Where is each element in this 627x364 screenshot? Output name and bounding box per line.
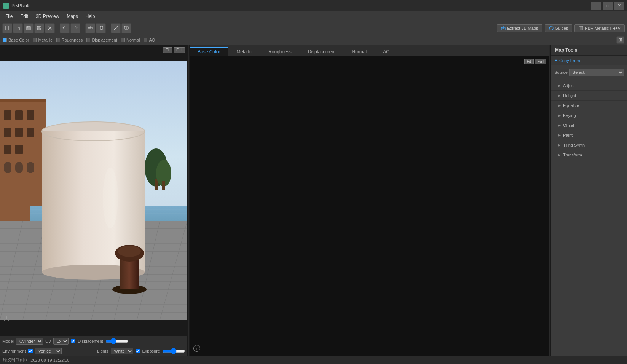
tool-transform[interactable]: ▶ Transform xyxy=(551,150,627,160)
svg-rect-42 xyxy=(15,162,23,173)
tool-adjust[interactable]: ▶ Adjust xyxy=(551,81,627,91)
svg-text:✦: ✦ xyxy=(116,26,118,28)
svg-point-77 xyxy=(103,168,118,228)
menu-maps[interactable]: Maps xyxy=(63,13,81,20)
tab-normal[interactable]: Normal xyxy=(344,47,375,56)
uv-select[interactable]: 1x 2x 4x xyxy=(53,338,69,345)
main-layout: Fit Full i Model Cylinder Sphere Plane B… xyxy=(0,45,627,356)
guides-label: Guides xyxy=(555,26,568,30)
guides-button[interactable]: i Guides xyxy=(545,24,573,32)
title-bar: PixPlant5 – □ ✕ xyxy=(0,0,627,11)
displacement-checkbox[interactable] xyxy=(86,38,90,42)
model-select[interactable]: Cylinder Sphere Plane Box xyxy=(16,338,43,345)
base-color-label: Base Color xyxy=(8,38,29,42)
window-controls: – □ ✕ xyxy=(591,2,624,10)
preview-viewport: Fit Full i xyxy=(0,45,187,336)
exposure-label: Exposure xyxy=(142,349,160,353)
equalize-arrow: ▶ xyxy=(558,104,561,107)
preview-full-button[interactable]: Full xyxy=(174,47,185,53)
status-datetime: 2023-08-19 12:22:10 xyxy=(30,358,69,362)
paint-arrow: ▶ xyxy=(558,133,561,137)
minimize-button[interactable]: – xyxy=(591,2,601,10)
roughness-checkbox[interactable] xyxy=(56,38,60,42)
close-file-button[interactable] xyxy=(45,23,55,33)
map-full-button[interactable]: Full xyxy=(535,59,546,64)
tab-displacement[interactable]: Displacement xyxy=(300,47,344,56)
maximize-button[interactable]: □ xyxy=(603,2,613,10)
preview-fit-button[interactable]: Fit xyxy=(163,47,172,53)
map-sel-metallic[interactable]: Metallic xyxy=(33,38,52,42)
app-icon xyxy=(3,3,9,9)
svg-rect-41 xyxy=(4,162,11,173)
svg-rect-36 xyxy=(4,128,11,137)
app-title: PixPlant5 xyxy=(11,3,31,8)
close-button[interactable]: ✕ xyxy=(614,2,624,10)
toolbar-right: Extract 3D Maps i Guides PBR Metallic | … xyxy=(497,24,625,32)
map-fit-button[interactable]: Fit xyxy=(524,59,534,64)
copy-from-section-header[interactable]: ▼ Copy From xyxy=(551,56,627,65)
metallic-checkbox[interactable] xyxy=(33,38,37,42)
menu-edit[interactable]: Edit xyxy=(16,13,32,20)
displacement-sel-label: Displacement xyxy=(92,38,117,42)
source-row: Source Select... Base Color Metallic Rou… xyxy=(554,69,624,76)
normal-checkbox[interactable] xyxy=(121,38,125,42)
preview-info-icon[interactable]: i xyxy=(3,315,10,321)
svg-marker-14 xyxy=(88,27,90,29)
transform-label: Transform xyxy=(563,153,582,157)
map-sel-normal[interactable]: Normal xyxy=(121,38,140,42)
tool-delight[interactable]: ▶ Delight xyxy=(551,91,627,101)
displacement-slider[interactable] xyxy=(105,338,128,344)
tab-metallic[interactable]: Metallic xyxy=(228,47,260,56)
environment-select[interactable]: Venice Studio Outdoor xyxy=(35,348,62,354)
svg-rect-43 xyxy=(27,162,34,173)
map-info-char: i xyxy=(196,346,197,351)
flip-button[interactable] xyxy=(85,23,95,33)
lights-checkbox[interactable] xyxy=(136,349,140,353)
expand-grid-button[interactable]: ⊞ xyxy=(616,36,624,44)
map-sel-ao[interactable]: AO xyxy=(144,38,155,42)
tab-ao[interactable]: AO xyxy=(375,47,397,56)
extract-3d-maps-button[interactable]: Extract 3D Maps xyxy=(497,24,542,32)
tool-paint[interactable]: ▶ Paint xyxy=(551,130,627,140)
environment-checkbox[interactable] xyxy=(28,349,33,353)
offset-arrow: ▶ xyxy=(558,123,561,127)
feedback-button[interactable] xyxy=(121,23,131,33)
adjust-label: Adjust xyxy=(563,83,575,88)
tool-equalize[interactable]: ▶ Equalize xyxy=(551,101,627,110)
wand-button[interactable]: ✦ xyxy=(111,23,121,33)
uv-checkbox[interactable] xyxy=(71,339,75,343)
tiling-arrow: ▶ xyxy=(558,143,561,147)
menu-3dpreview[interactable]: 3D Preview xyxy=(32,13,63,20)
pbr-metallic-button[interactable]: PBR Metallic | H+V xyxy=(574,24,625,32)
delight-arrow: ▶ xyxy=(558,94,561,97)
copy-map-button[interactable] xyxy=(96,23,106,33)
ao-checkbox[interactable] xyxy=(144,38,147,42)
tool-tiling-synth[interactable]: ▶ Tiling Synth xyxy=(551,140,627,150)
svg-rect-47 xyxy=(162,181,165,190)
status-text: 语义时间(中) xyxy=(3,357,27,363)
lights-select[interactable]: White Warm Cool xyxy=(111,348,133,354)
model-label: Model xyxy=(2,339,14,343)
new-button[interactable] xyxy=(2,23,12,33)
pbr-label: PBR Metallic | H+V xyxy=(585,26,621,30)
map-sel-displacement[interactable]: Displacement xyxy=(86,38,117,42)
exposure-slider[interactable] xyxy=(162,348,185,354)
redo-button[interactable] xyxy=(70,23,80,33)
source-select[interactable]: Select... Base Color Metallic Roughness … xyxy=(569,69,624,76)
map-sel-base-color[interactable]: Base Color xyxy=(3,38,29,42)
transform-arrow: ▶ xyxy=(558,153,561,157)
menu-file[interactable]: File xyxy=(2,13,16,20)
svg-rect-27 xyxy=(579,26,583,30)
map-info-icon[interactable]: i xyxy=(193,345,200,352)
menu-help[interactable]: Help xyxy=(82,13,99,20)
tool-keying[interactable]: ▶ Keying xyxy=(551,110,627,120)
save-button[interactable] xyxy=(24,23,34,33)
tab-base-color[interactable]: Base Color xyxy=(190,47,228,56)
open-button[interactable] xyxy=(13,23,23,33)
base-color-checkbox[interactable] xyxy=(3,38,7,42)
map-sel-roughness[interactable]: Roughness xyxy=(56,38,83,42)
undo-button[interactable] xyxy=(60,23,70,33)
tool-offset[interactable]: ▶ Offset xyxy=(551,120,627,130)
save-as-button[interactable]: + xyxy=(34,23,44,33)
tab-roughness[interactable]: Roughness xyxy=(260,47,300,56)
